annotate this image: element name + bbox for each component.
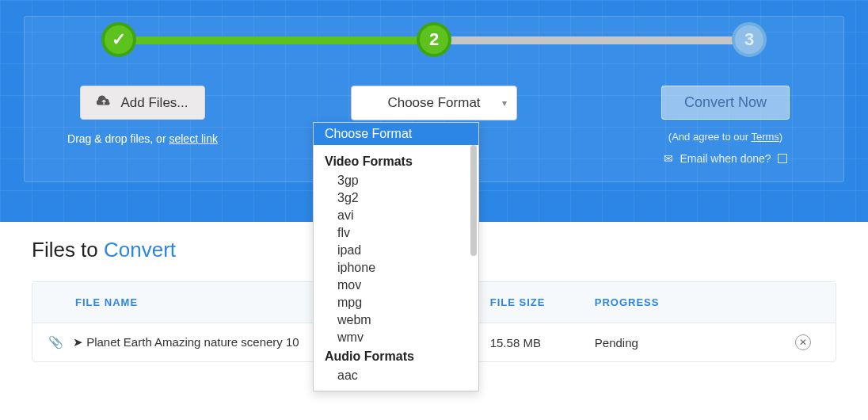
drag-drop-hint: Drag & drop files, or select link bbox=[24, 132, 261, 145]
files-title-prefix: Files to bbox=[32, 238, 104, 262]
drag-drop-text: Drag & drop files, or bbox=[67, 132, 169, 145]
remove-file-button[interactable]: ✕ bbox=[795, 334, 811, 350]
email-when-done-label: Email when done? bbox=[680, 152, 771, 165]
dropdown-item-flv[interactable]: flv bbox=[314, 224, 478, 242]
agree-suffix: ) bbox=[779, 131, 782, 143]
col-file-size: FILE SIZE bbox=[474, 296, 595, 308]
attachment-icon: 📎 bbox=[48, 335, 63, 349]
dropdown-item-iphone[interactable]: iphone bbox=[314, 259, 478, 277]
choose-format-select[interactable]: Choose Format bbox=[351, 86, 517, 120]
add-files-label: Add Files... bbox=[120, 95, 188, 111]
stepper: ✓ 2 3 bbox=[119, 36, 749, 44]
step-1-done: ✓ bbox=[101, 22, 136, 57]
email-when-done-checkbox[interactable] bbox=[778, 154, 787, 163]
dropdown-item-mpg[interactable]: mpg bbox=[314, 294, 478, 311]
file-progress-cell: Pending bbox=[595, 336, 796, 349]
dropdown-group-audio: Audio Formats bbox=[314, 346, 478, 367]
choose-format-label: Choose Format bbox=[387, 95, 480, 111]
dropdown-body: Video Formats 3gp3g2aviflvipadiphonemovm… bbox=[314, 145, 478, 391]
dropdown-item-mov[interactable]: mov bbox=[314, 277, 478, 294]
stepper-bar-todo bbox=[434, 36, 749, 44]
agree-terms-text: (And agree to our Terms) bbox=[607, 131, 844, 143]
files-title-accent: Convert bbox=[104, 238, 176, 262]
select-link[interactable]: select link bbox=[169, 132, 217, 145]
dropdown-item-3gp[interactable]: 3gp bbox=[314, 172, 478, 189]
file-size-cell: 15.58 MB bbox=[474, 336, 595, 349]
dropdown-selected-option[interactable]: Choose Format bbox=[314, 123, 478, 145]
dropdown-item-aac[interactable]: aac bbox=[314, 367, 478, 384]
dropdown-scrollbar[interactable] bbox=[470, 145, 477, 256]
agree-prefix: (And agree to our bbox=[668, 131, 752, 143]
dropdown-item-wmv[interactable]: wmv bbox=[314, 329, 478, 346]
add-files-column: Add Files... Drag & drop files, or selec… bbox=[24, 86, 261, 165]
convert-now-button[interactable]: Convert Now bbox=[661, 86, 790, 120]
mail-icon: ✉ bbox=[664, 152, 673, 165]
email-when-done-row: ✉ Email when done? bbox=[607, 152, 844, 165]
stepper-bar-done bbox=[119, 36, 434, 44]
step-2-current: 2 bbox=[417, 22, 451, 57]
dropdown-item-3g2[interactable]: 3g2 bbox=[314, 189, 478, 207]
add-files-button[interactable]: Add Files... bbox=[80, 86, 204, 120]
terms-link[interactable]: Terms bbox=[751, 131, 779, 143]
dropdown-group-video: Video Formats bbox=[314, 151, 478, 172]
file-name-cell: ➤ Planet Earth Amazing nature scenery 10 bbox=[73, 335, 299, 349]
dropdown-item-avi[interactable]: avi bbox=[314, 207, 478, 224]
step-3-upcoming: 3 bbox=[732, 22, 767, 57]
dropdown-item-ipad[interactable]: ipad bbox=[314, 242, 478, 259]
upload-cloud-icon bbox=[97, 94, 112, 111]
convert-column: Convert Now (And agree to our Terms) ✉ E… bbox=[607, 86, 844, 165]
dropdown-item-webm[interactable]: webm bbox=[314, 311, 478, 329]
format-dropdown: Choose Format Video Formats 3gp3g2aviflv… bbox=[313, 122, 479, 391]
col-progress: PROGRESS bbox=[595, 296, 796, 308]
col-actions bbox=[795, 296, 836, 308]
